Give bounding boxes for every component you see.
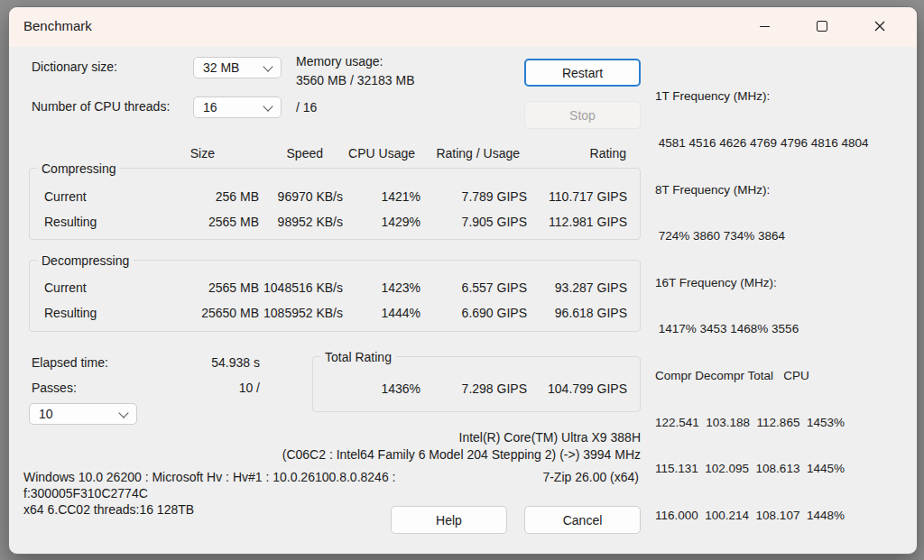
log-line: 116.000 100.214 108.107 1448% <box>655 508 868 523</box>
cell-rating-usage: 6.690 GIPS <box>462 306 527 320</box>
cell-rating-usage: 7.298 GIPS <box>462 381 527 396</box>
feature-hash: f:300005F310C2774C <box>23 486 148 500</box>
cell-speed: 1085952 KB/s <box>263 306 343 320</box>
cell-rating-usage: 6.557 GIPS <box>462 280 527 295</box>
log-line: 724% 3860 734% 3864 <box>655 228 868 243</box>
elapsed-time-value: 54.938 s <box>29 355 260 370</box>
threads-total-label: / 16 <box>296 100 317 115</box>
titlebar[interactable]: Benchmark <box>9 7 917 47</box>
log-line: 1417% 3453 1468% 3556 <box>655 321 868 336</box>
cell-cpu-usage: 1436% <box>381 381 420 396</box>
cell-cpu-usage: 1423% <box>381 280 420 295</box>
cpu-details: (C06C2 : Intel64 Family 6 Model 204 Step… <box>153 447 641 462</box>
chevron-down-icon <box>118 408 128 418</box>
header-rating-usage: Rating / Usage <box>436 146 520 161</box>
log-line: 4581 4516 4626 4769 4796 4816 4804 <box>655 135 868 151</box>
header-rating: Rating <box>590 146 626 161</box>
row-label: Resulting <box>44 306 97 320</box>
app-version: 7-Zip 26.00 (x64) <box>370 470 639 484</box>
passes-select[interactable]: 10 <box>29 403 137 425</box>
decompressing-groupbox: Decompressing Current 2565 MB 1048516 KB… <box>29 260 641 332</box>
log-line: 16T Frequency (MHz): <box>655 275 868 290</box>
compressing-groupbox: Compressing Current 256 MB 96970 KB/s 14… <box>29 168 641 240</box>
cell-rating: 112.981 GIPS <box>549 215 627 229</box>
log-line: 115.131 102.095 108.613 1445% <box>655 461 868 476</box>
cell-rating-usage: 7.789 GIPS <box>462 189 527 204</box>
cell-cpu-usage: 1429% <box>381 215 420 229</box>
close-button[interactable] <box>859 12 901 41</box>
log-line: 122.541 103.188 112.865 1453% <box>655 415 868 430</box>
table-row: Current 256 MB 96970 KB/s 1421% 7.789 GI… <box>30 189 640 205</box>
table-row: Current 2565 MB 1048516 KB/s 1423% 6.557… <box>30 280 640 296</box>
log-line: Compr Decompr Total CPU <box>655 368 868 383</box>
cell-rating-usage: 7.905 GIPS <box>462 215 527 229</box>
help-button[interactable]: Help <box>391 506 507 534</box>
table-row: Resulting 25650 MB 1085952 KB/s 1444% 6.… <box>30 306 640 321</box>
memory-usage-value: 3560 MB / 32183 MB <box>296 73 415 87</box>
header-speed: Speed <box>287 146 323 161</box>
passes-select-value: 10 <box>39 407 120 421</box>
row-label: Current <box>44 280 87 295</box>
dictionary-size-label: Dictionary size: <box>32 60 117 74</box>
header-cpu-usage: CPU Usage <box>348 146 415 161</box>
table-row: Resulting 2565 MB 98952 KB/s 1429% 7.905… <box>30 215 640 230</box>
results-column-headers: Size Speed CPU Usage Rating / Usage Rati… <box>29 146 641 161</box>
stop-button[interactable]: Stop <box>524 101 641 129</box>
cell-speed: 96970 KB/s <box>278 189 343 204</box>
cell-rating: 96.618 GIPS <box>555 306 627 320</box>
close-icon <box>874 21 885 32</box>
row-label: Resulting <box>44 215 97 229</box>
memory-usage-label: Memory usage: <box>296 54 383 69</box>
chevron-down-icon <box>263 61 273 71</box>
cell-rating: 110.717 GIPS <box>549 189 627 204</box>
dictionary-size-value: 32 MB <box>203 60 264 75</box>
minimize-icon <box>760 26 770 27</box>
cell-size: 256 MB <box>216 189 259 204</box>
dictionary-size-select[interactable]: 32 MB <box>193 57 282 78</box>
maximize-button[interactable] <box>801 12 843 41</box>
cancel-button[interactable]: Cancel <box>524 506 641 534</box>
cell-rating: 93.287 GIPS <box>555 280 627 295</box>
log-line: 1T Frequency (MHz): <box>655 88 868 104</box>
maximize-icon <box>817 21 827 32</box>
cpu-threads-select[interactable]: 16 <box>193 96 282 118</box>
cell-speed: 98952 KB/s <box>278 215 343 229</box>
compressing-label: Compressing <box>37 161 120 176</box>
chevron-down-icon <box>263 101 273 111</box>
decompressing-label: Decompressing <box>37 253 134 268</box>
cell-speed: 1048516 KB/s <box>263 280 343 295</box>
cell-size: 25650 MB <box>201 306 259 320</box>
table-row: 1436% 7.298 GIPS 104.799 GIPS <box>313 381 640 397</box>
cell-cpu-usage: 1421% <box>381 189 420 204</box>
restart-button[interactable]: Restart <box>524 59 641 87</box>
minimize-button[interactable] <box>744 12 785 41</box>
passes-value: 10 / <box>29 381 260 395</box>
cell-cpu-usage: 1444% <box>381 306 420 320</box>
platform-info: x64 6.CC02 threads:16 128TB <box>23 502 194 517</box>
total-rating-label: Total Rating <box>320 350 396 364</box>
benchmark-log: 1T Frequency (MHz): 4581 4516 4626 4769 … <box>655 58 868 555</box>
cpu-threads-label: Number of CPU threads: <box>32 99 170 114</box>
row-label: Current <box>44 189 87 204</box>
os-info: Windows 10.0 26200 : Microsoft Hv : Hv#1… <box>23 470 395 484</box>
log-line: 8T Frequency (MHz): <box>655 182 868 197</box>
cpu-name: Intel(R) Core(TM) Ultra X9 388H <box>280 430 641 445</box>
log-line: 105.435 95.698 100.567 1390% <box>655 555 868 555</box>
total-rating-groupbox: Total Rating 1436% 7.298 GIPS 104.799 GI… <box>312 356 641 412</box>
benchmark-window: Benchmark Dictionary size: 32 MB Memory … <box>8 6 918 555</box>
header-size: Size <box>190 146 215 161</box>
window-title: Benchmark <box>23 18 92 33</box>
cell-size: 2565 MB <box>208 280 259 295</box>
cell-size: 2565 MB <box>208 215 259 229</box>
cpu-threads-value: 16 <box>203 100 264 115</box>
cell-rating: 104.799 GIPS <box>548 381 627 396</box>
